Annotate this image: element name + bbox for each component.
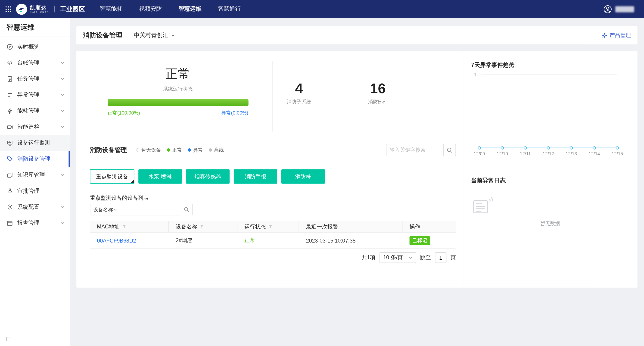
sidebar-item-ledger[interactable]: 台账管理 (0, 54, 70, 70)
sidebar-item-approval[interactable]: 审批管理 (0, 183, 70, 199)
sidebar: 智慧运维 实时概览 台账管理 任务管理 异常管理 (0, 18, 70, 346)
filter-field-select[interactable]: 设备名称 (90, 204, 120, 216)
nav-item-smart-access[interactable]: 智慧通行 (214, 5, 244, 13)
table-header-row: MAC地址 设备名称 运行状态 最近一次报警 操作 (90, 221, 456, 232)
category-button-smoke-sensor[interactable]: 烟雾传感器 (186, 170, 230, 184)
code-ledger-icon (6, 60, 13, 66)
legend-item-none: 暂无设备 (136, 146, 161, 154)
search-button[interactable] (443, 144, 456, 156)
system-status-value: 正常 (100, 66, 256, 82)
sidebar-item-label: 系统配置 (17, 203, 40, 210)
search-icon (446, 147, 453, 153)
stat-label: 消防部件 (353, 98, 402, 106)
sidebar-item-label: 知识库管理 (17, 171, 45, 178)
chevron-down-icon (60, 109, 64, 113)
status-legend: 暂无设备 正常 异常 离线 (136, 146, 224, 154)
tag-icon (6, 156, 13, 162)
filter-funnel-icon[interactable] (200, 224, 204, 229)
marked-badge[interactable]: 已标记 (410, 236, 430, 245)
sidebar-item-abnormal[interactable]: 异常管理 (0, 87, 70, 103)
category-button-manual-alarm[interactable]: 消防手报 (234, 170, 277, 184)
filter-funnel-icon[interactable] (122, 224, 126, 229)
page-header: 消防设备管理 中关村青创汇 产品管理 (76, 26, 638, 44)
trend-chart: 112/0912/1012/1112/1212/1312/1412/15 (471, 70, 636, 160)
sidebar-item-device-monitor[interactable]: 设备运行监测 (0, 135, 70, 151)
gear-icon (6, 204, 13, 210)
keyword-search-group (386, 144, 456, 156)
apps-grid-icon[interactable] (5, 6, 12, 12)
jump-page-input[interactable] (435, 252, 446, 263)
nav-item-smart-ops[interactable]: 智慧运维 (175, 5, 205, 13)
user-name-redacted (615, 6, 634, 12)
top-navbar: 凯顺达 KAISHUNDA 工业园区 智慧能耗 视频安防 智慧运维 智慧通行 (0, 0, 644, 18)
filter-value-input[interactable] (120, 204, 180, 216)
device-table: MAC地址 设备名称 运行状态 最近一次报警 操作 00AFCF9B68D2 2… (90, 221, 456, 248)
category-button-hydrant[interactable]: 消防栓 (282, 170, 325, 184)
sidebar-item-label: 审批管理 (17, 187, 40, 195)
stamp-icon (6, 188, 13, 194)
page-size-select[interactable]: 10 条/页 (380, 252, 416, 263)
sidebar-item-label: 报告管理 (17, 219, 40, 226)
user-avatar-icon[interactable] (603, 5, 612, 13)
product-management-link[interactable]: 产品管理 (601, 32, 631, 39)
sidebar-item-task[interactable]: 任务管理 (0, 70, 70, 86)
sidebar-item-knowledge[interactable]: 知识库管理 (0, 167, 70, 183)
table-header-last-alarm: 最近一次报警 (299, 221, 402, 232)
camera-icon (6, 124, 13, 130)
trend-chart-svg: 112/0912/1012/1112/1212/1312/1412/15 (471, 70, 636, 158)
sidebar-item-report[interactable]: 报告管理 (0, 215, 70, 231)
device-mac-link[interactable]: 00AFCF9B68D2 (97, 237, 136, 244)
normal-percent-label: 正常(100.00%) (107, 110, 140, 117)
park-name[interactable]: 工业园区 (60, 5, 85, 13)
filter-search-button[interactable] (180, 204, 192, 216)
svg-text:12/15: 12/15 (612, 151, 623, 156)
sidebar-item-inspection[interactable]: 智能巡检 (0, 119, 70, 135)
sidebar-item-realtime-overview[interactable]: 实时概览 (0, 39, 70, 54)
sidebar-item-label: 实时概览 (17, 43, 40, 50)
sidebar-item-label: 设备运行监测 (17, 139, 51, 146)
stat-value: 4 (274, 82, 324, 95)
svg-text:12/11: 12/11 (520, 151, 530, 156)
overview-icon (6, 43, 13, 50)
chevron-down-icon (171, 33, 175, 38)
park-selector[interactable]: 中关村青创汇 (134, 32, 175, 39)
lightning-icon (6, 108, 13, 114)
clipboard-icon (6, 76, 13, 82)
jump-suffix: 页 (450, 254, 456, 261)
device-filter-row: 设备名称 (90, 204, 193, 216)
category-button-pump-sprinkler[interactable]: 水泵-喷淋 (138, 170, 182, 184)
keyword-search-input[interactable] (386, 144, 443, 156)
chevron-down-icon (60, 125, 64, 129)
chevron-down-icon (60, 205, 64, 209)
stat-value: 16 (353, 82, 402, 95)
nav-item-video-security[interactable]: 视频安防 (136, 5, 166, 13)
legend-item-normal: 正常 (167, 146, 182, 154)
sidebar-item-label: 智能巡检 (17, 123, 40, 130)
legend-dot (209, 148, 212, 152)
sidebar-item-fire-device[interactable]: 消防设备管理 (0, 151, 70, 167)
park-selector-label: 中关村青创汇 (134, 32, 168, 39)
legend-dot (188, 148, 191, 152)
sidebar-item-label: 台账管理 (17, 59, 40, 66)
search-icon (183, 207, 189, 212)
page-size-label: 10 条/页 (383, 254, 403, 261)
copy-stack-icon (6, 172, 13, 178)
svg-text:12/12: 12/12 (543, 151, 554, 156)
sidebar-title: 智慧运维 (0, 18, 70, 37)
svg-text:12/10: 12/10 (496, 151, 508, 156)
nav-item-energy[interactable]: 智慧能耗 (96, 5, 126, 13)
table-header-name: 设备名称 (169, 221, 237, 232)
filter-funnel-icon[interactable] (268, 224, 273, 229)
brand-subtitle: KAISHUNDA (30, 11, 49, 13)
brand-name: 凯顺达 (30, 5, 49, 11)
category-button-key-devices[interactable]: 重点监测设备 (90, 170, 134, 184)
pagination: 共1项 10 条/页 跳至 页 (90, 252, 456, 263)
system-status-block: 正常 系统运行状态 正常(100.00%) 异常(0.00%) (100, 66, 256, 117)
filter-field-label: 设备名称 (93, 206, 113, 213)
empty-log-text: 暂无数据 (463, 220, 637, 227)
sidebar-item-system-config[interactable]: 系统配置 (0, 199, 70, 215)
sidebar-item-energy[interactable]: 能耗管理 (0, 103, 70, 119)
sidebar-menu: 实时概览 台账管理 任务管理 异常管理 能耗管理 (0, 37, 70, 231)
last-alarm-cell: 2023-03-15 10:07:38 (299, 237, 402, 244)
sidebar-collapse-button[interactable] (6, 336, 12, 342)
